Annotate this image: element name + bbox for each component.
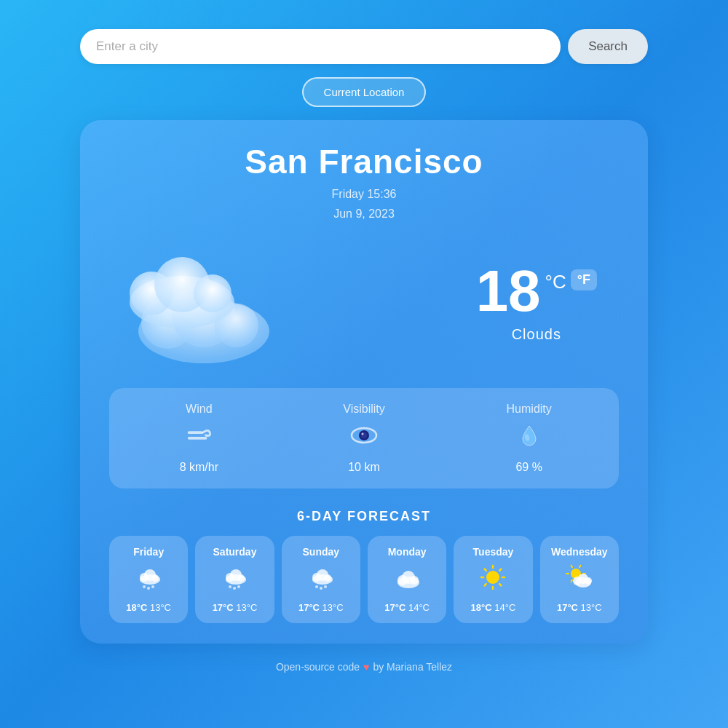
footer-text2: by Mariana Tellez	[373, 661, 452, 673]
svg-point-18	[151, 574, 159, 582]
forecast-card: Tuesday 18°C 14°C	[454, 536, 532, 623]
datetime-line2: Jun 9, 2023	[332, 204, 397, 223]
forecast-day-label: Monday	[388, 546, 427, 558]
stat-wind: Wind 8 km/hr	[116, 403, 282, 474]
svg-point-21	[151, 585, 154, 588]
svg-rect-9	[188, 437, 207, 440]
datetime: Friday 15:36 Jun 9, 2023	[332, 184, 397, 223]
svg-line-54	[571, 566, 572, 568]
svg-point-32	[324, 574, 331, 582]
svg-point-27	[233, 587, 236, 590]
temperature-toggle-f[interactable]: °F	[571, 269, 597, 290]
temperature-value: 18	[476, 262, 541, 320]
svg-point-7	[194, 274, 232, 312]
svg-point-26	[229, 585, 232, 588]
forecast-temps: 18°C 13°C	[126, 602, 171, 613]
forecast-day-label: Friday	[133, 546, 164, 558]
forecast-temps: 17°C 14°C	[384, 602, 430, 613]
datetime-line1: Friday 15:36	[332, 184, 397, 204]
temperature-unit-c: °C	[545, 271, 566, 293]
svg-line-42	[500, 585, 502, 586]
humidity-icon	[515, 422, 543, 455]
svg-line-55	[579, 566, 581, 568]
visibility-icon	[350, 422, 378, 455]
visibility-label: Visibility	[343, 403, 385, 416]
city-name: San Francisco	[245, 142, 483, 181]
heart-icon: ♥	[363, 661, 369, 673]
wind-label: Wind	[186, 403, 212, 416]
weather-main-row: 18 °C °F Clouds	[109, 237, 619, 368]
svg-point-40	[486, 571, 499, 584]
wind-icon	[185, 422, 213, 455]
forecast-weather-icon	[221, 563, 248, 596]
search-button[interactable]: Search	[568, 29, 648, 64]
svg-point-12	[361, 432, 368, 439]
weather-description: Clouds	[512, 326, 561, 343]
svg-point-13	[362, 433, 364, 435]
app-container: Search Current Location San Francisco Fr…	[80, 29, 648, 644]
cloud-illustration	[109, 237, 284, 368]
svg-line-44	[485, 585, 486, 586]
forecast-weather-icon	[307, 563, 335, 596]
footer-text1: Open-source code	[276, 661, 360, 673]
weather-card: San Francisco Friday 15:36 Jun 9, 2023	[80, 120, 648, 644]
svg-line-48	[500, 569, 502, 571]
forecast-weather-icon	[566, 563, 593, 596]
forecast-day-label: Tuesday	[473, 546, 514, 558]
svg-point-20	[147, 587, 150, 590]
forecast-temps: 17°C 13°C	[298, 602, 344, 613]
visibility-value: 10 km	[348, 461, 380, 474]
current-location-button[interactable]: Current Location	[302, 77, 427, 107]
svg-point-28	[237, 585, 240, 588]
stat-humidity: Humidity 69 %	[446, 403, 612, 474]
svg-point-25	[237, 574, 245, 582]
forecast-weather-icon	[479, 563, 507, 596]
search-bar: Search	[80, 29, 648, 64]
forecast-temps: 17°C 13°C	[213, 602, 258, 613]
forecast-card: Saturday 17°C 13°C	[195, 536, 274, 623]
forecast-card: Wednesday 17°C 13°C	[540, 536, 619, 623]
footer: Open-source code ♥ by Mariana Tellez	[276, 661, 452, 673]
svg-point-34	[320, 587, 323, 590]
forecast-weather-icon	[135, 563, 162, 596]
forecast-day-label: Sunday	[303, 546, 340, 558]
humidity-label: Humidity	[507, 403, 552, 416]
weather-stats: Wind 8 km/hr Visibility	[109, 388, 619, 488]
forecast-temps: 17°C 13°C	[557, 602, 602, 613]
forecast-card: Sunday 17°C 13°C	[282, 536, 360, 623]
forecast-weather-icon	[393, 563, 421, 596]
forecast-card: Monday 17°C 14°C	[368, 536, 446, 623]
svg-rect-8	[188, 432, 203, 435]
svg-point-19	[143, 585, 146, 588]
stat-visibility: Visibility 10 km	[282, 403, 447, 474]
forecast-row: Friday 18°C 13°C Saturday 17°C 13°C Sund…	[109, 536, 619, 623]
svg-point-33	[315, 585, 318, 588]
svg-line-52	[571, 580, 572, 582]
temperature-section: 18 °C °F Clouds	[476, 262, 597, 343]
wind-value: 8 km/hr	[180, 461, 218, 474]
humidity-value: 69 %	[515, 461, 542, 474]
svg-point-35	[324, 585, 327, 588]
city-search-input[interactable]	[80, 29, 561, 64]
forecast-card: Friday 18°C 13°C	[109, 536, 188, 623]
svg-point-39	[410, 576, 419, 585]
forecast-title: 6-DAY FORECAST	[297, 509, 431, 524]
temp-row: 18 °C °F	[476, 262, 597, 320]
forecast-day-label: Saturday	[213, 546, 257, 558]
svg-line-46	[485, 569, 486, 571]
forecast-temps: 18°C 14°C	[471, 602, 516, 613]
svg-point-59	[585, 577, 592, 585]
forecast-day-label: Wednesday	[551, 546, 608, 558]
